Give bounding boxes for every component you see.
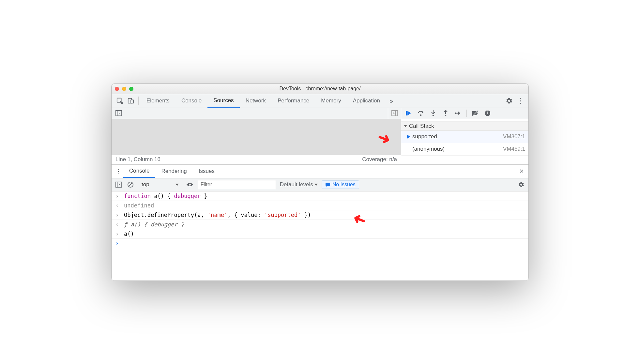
tab-sources[interactable]: Sources bbox=[207, 94, 239, 108]
settings-gear-icon[interactable] bbox=[504, 95, 515, 106]
step-into-icon[interactable] bbox=[429, 109, 437, 117]
tab-console[interactable]: Console bbox=[175, 94, 207, 108]
console-toolbar: top Default levels No Issues bbox=[112, 178, 528, 191]
svg-line-16 bbox=[129, 183, 132, 187]
kebab-menu-icon[interactable]: ⋮ bbox=[515, 95, 526, 106]
frame-name: (anonymous) bbox=[412, 146, 445, 152]
sidepane-truncated-top bbox=[401, 119, 528, 122]
drawer-tabstrip: ⋮ Console Rendering Issues × bbox=[112, 165, 528, 178]
divider bbox=[466, 110, 467, 117]
svg-point-6 bbox=[420, 114, 422, 116]
deactivate-breakpoints-icon[interactable] bbox=[471, 109, 479, 117]
disclosure-triangle-icon bbox=[404, 125, 407, 127]
prompt-marker-icon bbox=[115, 240, 121, 247]
callstack-title: Call Stack bbox=[409, 123, 434, 129]
svg-rect-2 bbox=[131, 100, 133, 103]
console-line-input[interactable]: function a() { debugger } bbox=[112, 191, 528, 201]
current-frame-arrow-icon bbox=[407, 135, 410, 139]
more-tabs-icon[interactable]: » bbox=[386, 95, 397, 106]
svg-point-9 bbox=[455, 113, 456, 114]
show-debugger-icon[interactable] bbox=[391, 109, 399, 117]
sources-body: Line 1, Column 16 Coverage: n/a Call Sta… bbox=[112, 119, 528, 165]
code-editor-empty bbox=[112, 119, 401, 155]
output-marker-icon bbox=[115, 202, 121, 209]
svg-point-8 bbox=[445, 115, 447, 116]
tab-performance[interactable]: Performance bbox=[272, 94, 315, 108]
svg-rect-5 bbox=[406, 111, 407, 115]
input-marker-icon bbox=[115, 231, 121, 237]
result-text: ƒ a() { debugger } bbox=[124, 221, 184, 228]
tab-elements[interactable]: Elements bbox=[141, 94, 175, 108]
code-text: a() bbox=[124, 231, 134, 237]
window-title: DevTools - chrome://new-tab-page/ bbox=[112, 86, 528, 92]
tab-network[interactable]: Network bbox=[240, 94, 272, 108]
code-text: function a() { debugger } bbox=[124, 193, 207, 199]
show-navigator-icon[interactable] bbox=[115, 109, 123, 117]
clear-console-icon[interactable] bbox=[127, 181, 134, 189]
console-settings-gear-icon[interactable] bbox=[517, 181, 525, 189]
callstack-frame-anonymous[interactable]: (anonymous) VM459:1 bbox=[401, 143, 528, 156]
issues-label: No Issues bbox=[332, 182, 356, 188]
drawer-tab-rendering[interactable]: Rendering bbox=[155, 164, 192, 178]
svg-rect-12 bbox=[487, 112, 488, 114]
svg-rect-17 bbox=[326, 183, 330, 186]
callstack-frame-supported[interactable]: supported VM307:1 bbox=[401, 131, 528, 143]
divider bbox=[138, 97, 139, 105]
log-levels-selector[interactable]: Default levels bbox=[280, 181, 318, 188]
frame-location: VM307:1 bbox=[503, 133, 525, 140]
sources-toolbar bbox=[112, 108, 528, 119]
frame-name: supported bbox=[412, 133, 437, 140]
console-line-input[interactable]: a() bbox=[112, 229, 528, 239]
console-line-input[interactable]: Object.defineProperty(a, 'name', { value… bbox=[112, 210, 528, 220]
main-tabstrip: Elements Console Sources Network Perform… bbox=[112, 94, 528, 108]
editor-status-bar: Line 1, Column 16 Coverage: n/a bbox=[112, 155, 401, 164]
callstack-header[interactable]: Call Stack bbox=[401, 122, 528, 131]
console-body: function a() { debugger } undefined Obje… bbox=[112, 191, 528, 281]
issues-pill[interactable]: No Issues bbox=[322, 180, 359, 189]
input-marker-icon bbox=[115, 193, 121, 199]
console-filter-input[interactable] bbox=[198, 180, 276, 189]
coverage-status: Coverage: n/a bbox=[362, 156, 397, 163]
dropdown-caret-icon bbox=[314, 184, 318, 186]
code-text: Object.defineProperty(a, 'name', { value… bbox=[124, 212, 311, 218]
cursor-position: Line 1, Column 16 bbox=[115, 156, 160, 163]
drawer-tab-issues[interactable]: Issues bbox=[193, 164, 221, 178]
step-icon[interactable] bbox=[454, 109, 462, 117]
console-prompt[interactable] bbox=[112, 239, 528, 248]
debugger-controls bbox=[401, 108, 528, 119]
execution-context-selector[interactable]: top bbox=[138, 180, 182, 189]
drawer-menu-icon[interactable]: ⋮ bbox=[114, 167, 123, 175]
code-editor: Line 1, Column 16 Coverage: n/a bbox=[112, 119, 401, 164]
console-sidebar-toggle-icon[interactable] bbox=[115, 181, 123, 189]
pause-exceptions-icon[interactable] bbox=[484, 109, 492, 117]
tab-application[interactable]: Application bbox=[347, 94, 386, 108]
resume-icon[interactable] bbox=[404, 109, 412, 117]
drawer-tab-console[interactable]: Console bbox=[123, 164, 155, 178]
frame-location: VM459:1 bbox=[503, 146, 525, 152]
svg-rect-13 bbox=[488, 112, 488, 114]
input-marker-icon bbox=[115, 212, 121, 218]
levels-label: Default levels bbox=[280, 181, 313, 188]
titlebar: DevTools - chrome://new-tab-page/ bbox=[112, 84, 528, 94]
drawer-close-icon[interactable]: × bbox=[517, 167, 526, 175]
dropdown-caret-icon bbox=[175, 184, 179, 186]
output-marker-icon bbox=[115, 221, 121, 228]
tab-memory[interactable]: Memory bbox=[315, 94, 347, 108]
device-toolbar-icon[interactable] bbox=[125, 95, 136, 106]
console-line-output: ƒ a() { debugger } bbox=[112, 220, 528, 229]
live-expression-icon[interactable] bbox=[186, 181, 194, 189]
context-label: top bbox=[142, 181, 149, 188]
step-out-icon[interactable] bbox=[442, 109, 450, 117]
console-line-output: undefined bbox=[112, 201, 528, 210]
inspect-element-icon[interactable] bbox=[114, 95, 125, 106]
debugger-sidepane: Call Stack supported VM307:1 (anonymous)… bbox=[401, 119, 528, 164]
step-over-icon[interactable] bbox=[417, 109, 425, 117]
devtools-window: DevTools - chrome://new-tab-page/ Elemen… bbox=[111, 83, 529, 281]
issues-icon bbox=[325, 182, 330, 187]
result-text: undefined bbox=[124, 202, 154, 209]
svg-point-7 bbox=[433, 115, 434, 116]
